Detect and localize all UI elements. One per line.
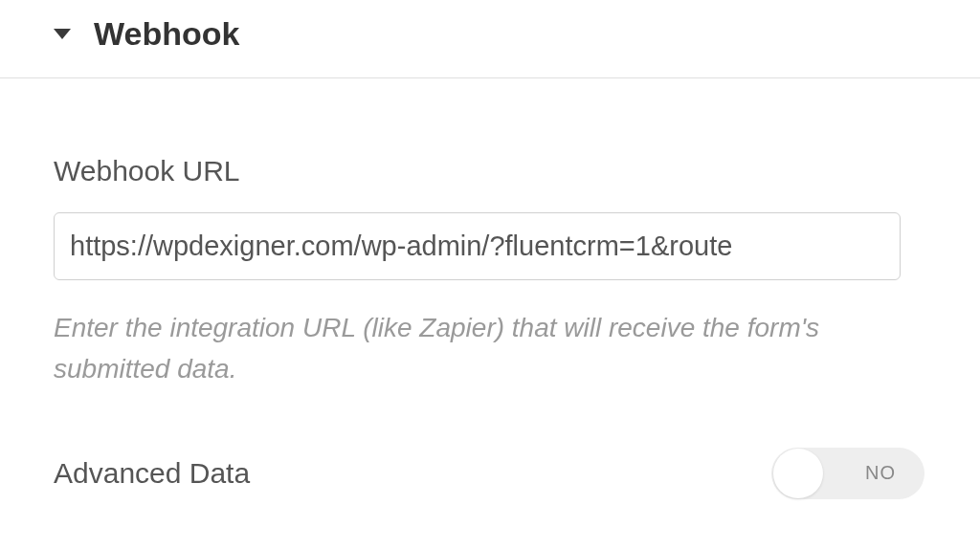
- advanced-data-row: Advanced Data NO: [54, 448, 924, 499]
- section-title: Webhook: [94, 15, 239, 53]
- advanced-data-label: Advanced Data: [54, 457, 250, 490]
- webhook-url-label: Webhook URL: [54, 155, 926, 187]
- content-area: Webhook URL Enter the integration URL (l…: [0, 78, 980, 499]
- advanced-data-toggle[interactable]: NO: [771, 448, 924, 499]
- section-header: Webhook: [0, 0, 980, 68]
- webhook-url-helper: Enter the integration URL (like Zapier) …: [54, 307, 896, 390]
- toggle-state-text: NO: [865, 462, 896, 484]
- caret-down-icon[interactable]: [54, 29, 71, 39]
- webhook-url-field-group: Webhook URL Enter the integration URL (l…: [54, 155, 926, 390]
- toggle-handle: [773, 449, 823, 498]
- webhook-url-input[interactable]: [54, 212, 901, 280]
